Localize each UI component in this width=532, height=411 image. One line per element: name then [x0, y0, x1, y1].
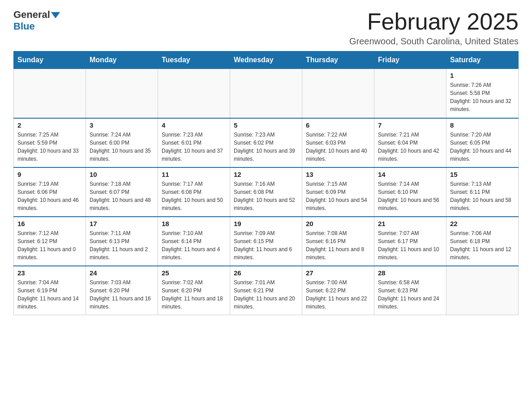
- day-info: Sunrise: 7:11 AMSunset: 6:13 PMDaylight:…: [90, 229, 154, 261]
- day-number: 26: [234, 269, 298, 277]
- day-number: 3: [90, 121, 154, 129]
- day-number: 9: [17, 171, 82, 178]
- calendar-cell: 22Sunrise: 7:06 AMSunset: 6:18 PMDayligh…: [446, 217, 519, 266]
- calendar-cell: 12Sunrise: 7:16 AMSunset: 6:08 PMDayligh…: [230, 167, 302, 217]
- calendar-cell: 5Sunrise: 7:23 AMSunset: 6:02 PMDaylight…: [230, 118, 302, 167]
- day-info: Sunrise: 7:23 AMSunset: 6:01 PMDaylight:…: [162, 131, 226, 163]
- calendar-cell: 19Sunrise: 7:09 AMSunset: 6:15 PMDayligh…: [230, 217, 302, 266]
- calendar-cell: 18Sunrise: 7:10 AMSunset: 6:14 PMDayligh…: [158, 217, 230, 266]
- calendar-cell: 23Sunrise: 7:04 AMSunset: 6:19 PMDayligh…: [14, 266, 86, 315]
- day-number: 6: [306, 121, 370, 129]
- calendar-week-row: 9Sunrise: 7:19 AMSunset: 6:06 PMDaylight…: [14, 167, 519, 217]
- day-number: 2: [17, 121, 82, 129]
- page-header: General Blue February 2025 Greenwood, So…: [13, 9, 519, 47]
- location-subtitle: Greenwood, South Carolina, United States: [349, 36, 519, 47]
- day-number: 27: [306, 269, 370, 277]
- weekday-header-monday: Monday: [86, 51, 158, 69]
- day-info: Sunrise: 7:00 AMSunset: 6:22 PMDaylight:…: [306, 278, 370, 311]
- calendar-cell: 6Sunrise: 7:22 AMSunset: 6:03 PMDaylight…: [302, 118, 374, 167]
- calendar-cell: [158, 69, 230, 118]
- day-info: Sunrise: 7:06 AMSunset: 6:18 PMDaylight:…: [450, 229, 515, 261]
- calendar-cell: 27Sunrise: 7:00 AMSunset: 6:22 PMDayligh…: [302, 266, 374, 315]
- day-info: Sunrise: 7:17 AMSunset: 6:08 PMDaylight:…: [162, 180, 226, 212]
- calendar-cell: 13Sunrise: 7:15 AMSunset: 6:09 PMDayligh…: [302, 167, 374, 217]
- calendar-header-row: SundayMondayTuesdayWednesdayThursdayFrid…: [14, 51, 519, 69]
- day-number: 18: [162, 220, 226, 227]
- title-area: February 2025 Greenwood, South Carolina,…: [349, 9, 519, 47]
- calendar-cell: 14Sunrise: 7:14 AMSunset: 6:10 PMDayligh…: [374, 167, 446, 217]
- day-info: Sunrise: 7:12 AMSunset: 6:12 PMDaylight:…: [17, 229, 82, 261]
- day-number: 11: [162, 171, 226, 178]
- day-info: Sunrise: 7:14 AMSunset: 6:10 PMDaylight:…: [378, 180, 442, 212]
- weekday-header-friday: Friday: [374, 51, 446, 69]
- day-number: 4: [162, 121, 226, 129]
- day-info: Sunrise: 7:26 AMSunset: 5:58 PMDaylight:…: [450, 81, 515, 113]
- day-info: Sunrise: 7:25 AMSunset: 5:59 PMDaylight:…: [17, 131, 82, 163]
- day-info: Sunrise: 7:21 AMSunset: 6:04 PMDaylight:…: [378, 131, 442, 163]
- day-info: Sunrise: 7:09 AMSunset: 6:15 PMDaylight:…: [234, 229, 298, 261]
- day-number: 5: [234, 121, 298, 129]
- day-number: 19: [234, 220, 298, 227]
- day-number: 23: [17, 269, 82, 277]
- calendar-week-row: 23Sunrise: 7:04 AMSunset: 6:19 PMDayligh…: [14, 266, 519, 315]
- calendar-cell: 15Sunrise: 7:13 AMSunset: 6:11 PMDayligh…: [446, 167, 519, 217]
- calendar-cell: 21Sunrise: 7:07 AMSunset: 6:17 PMDayligh…: [374, 217, 446, 266]
- calendar-cell: 2Sunrise: 7:25 AMSunset: 5:59 PMDaylight…: [14, 118, 86, 167]
- day-info: Sunrise: 7:10 AMSunset: 6:14 PMDaylight:…: [162, 229, 226, 261]
- day-number: 28: [378, 269, 442, 277]
- calendar-cell: 7Sunrise: 7:21 AMSunset: 6:04 PMDaylight…: [374, 118, 446, 167]
- calendar-cell: 8Sunrise: 7:20 AMSunset: 6:05 PMDaylight…: [446, 118, 519, 167]
- day-number: 22: [450, 220, 515, 227]
- day-info: Sunrise: 7:19 AMSunset: 6:06 PMDaylight:…: [17, 180, 82, 212]
- day-info: Sunrise: 7:24 AMSunset: 6:00 PMDaylight:…: [90, 131, 154, 163]
- day-number: 1: [450, 72, 515, 79]
- calendar-cell: 11Sunrise: 7:17 AMSunset: 6:08 PMDayligh…: [158, 167, 230, 217]
- calendar-cell: [446, 266, 519, 315]
- day-number: 21: [378, 220, 442, 227]
- day-number: 12: [234, 171, 298, 178]
- day-info: Sunrise: 7:18 AMSunset: 6:07 PMDaylight:…: [90, 180, 154, 212]
- weekday-header-thursday: Thursday: [302, 51, 374, 69]
- day-info: Sunrise: 7:04 AMSunset: 6:19 PMDaylight:…: [17, 278, 82, 311]
- day-number: 8: [450, 121, 515, 129]
- weekday-header-saturday: Saturday: [446, 51, 519, 69]
- calendar-cell: 28Sunrise: 6:58 AMSunset: 6:23 PMDayligh…: [374, 266, 446, 315]
- month-title: February 2025: [349, 9, 519, 34]
- weekday-header-sunday: Sunday: [14, 51, 86, 69]
- day-info: Sunrise: 6:58 AMSunset: 6:23 PMDaylight:…: [378, 278, 442, 311]
- calendar-cell: 10Sunrise: 7:18 AMSunset: 6:07 PMDayligh…: [86, 167, 158, 217]
- calendar-cell: 9Sunrise: 7:19 AMSunset: 6:06 PMDaylight…: [14, 167, 86, 217]
- day-info: Sunrise: 7:23 AMSunset: 6:02 PMDaylight:…: [234, 131, 298, 163]
- day-info: Sunrise: 7:01 AMSunset: 6:21 PMDaylight:…: [234, 278, 298, 311]
- day-number: 16: [17, 220, 82, 227]
- calendar-cell: [302, 69, 374, 118]
- calendar-cell: [230, 69, 302, 118]
- calendar-cell: 24Sunrise: 7:03 AMSunset: 6:20 PMDayligh…: [86, 266, 158, 315]
- day-info: Sunrise: 7:03 AMSunset: 6:20 PMDaylight:…: [90, 278, 154, 311]
- day-number: 10: [90, 171, 154, 178]
- calendar-cell: 17Sunrise: 7:11 AMSunset: 6:13 PMDayligh…: [86, 217, 158, 266]
- logo-blue-text: Blue: [13, 21, 35, 32]
- day-number: 20: [306, 220, 370, 227]
- day-number: 17: [90, 220, 154, 227]
- day-info: Sunrise: 7:15 AMSunset: 6:09 PMDaylight:…: [306, 180, 370, 212]
- day-number: 25: [162, 269, 226, 277]
- logo-arrow-icon: [51, 12, 60, 18]
- day-number: 14: [378, 171, 442, 178]
- weekday-header-wednesday: Wednesday: [230, 51, 302, 69]
- day-info: Sunrise: 7:16 AMSunset: 6:08 PMDaylight:…: [234, 180, 298, 212]
- calendar-cell: 16Sunrise: 7:12 AMSunset: 6:12 PMDayligh…: [14, 217, 86, 266]
- logo-general-text: General: [13, 9, 50, 21]
- day-info: Sunrise: 7:07 AMSunset: 6:17 PMDaylight:…: [378, 229, 442, 261]
- calendar-cell: 26Sunrise: 7:01 AMSunset: 6:21 PMDayligh…: [230, 266, 302, 315]
- weekday-header-tuesday: Tuesday: [158, 51, 230, 69]
- calendar-cell: 25Sunrise: 7:02 AMSunset: 6:20 PMDayligh…: [158, 266, 230, 315]
- day-number: 7: [378, 121, 442, 129]
- logo: General Blue: [13, 9, 60, 32]
- day-number: 24: [90, 269, 154, 277]
- calendar-week-row: 2Sunrise: 7:25 AMSunset: 5:59 PMDaylight…: [14, 118, 519, 167]
- calendar-cell: 4Sunrise: 7:23 AMSunset: 6:01 PMDaylight…: [158, 118, 230, 167]
- calendar-week-row: 1Sunrise: 7:26 AMSunset: 5:58 PMDaylight…: [14, 69, 519, 118]
- calendar-cell: [86, 69, 158, 118]
- calendar-cell: 3Sunrise: 7:24 AMSunset: 6:00 PMDaylight…: [86, 118, 158, 167]
